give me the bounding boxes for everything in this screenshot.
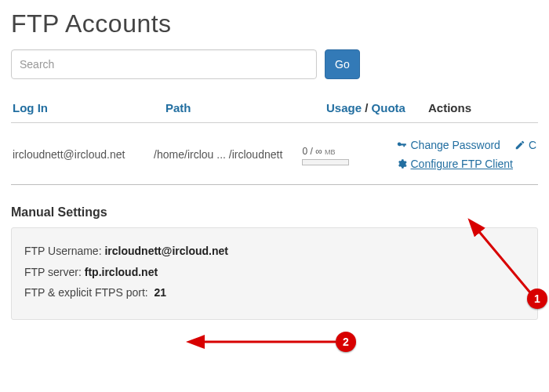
col-path-header[interactable]: Path — [165, 101, 191, 114]
cell-path: /home/irclou ... /ircloudnett — [154, 148, 302, 161]
search-row: Go — [11, 49, 538, 79]
truncated-action-label: C — [529, 139, 536, 151]
ftp-server-value: ftp.ircloud.net — [85, 266, 158, 278]
ftp-username-label: FTP Username: — [24, 245, 102, 257]
col-quota-header[interactable]: Quota — [372, 101, 405, 114]
page-title: FTP Accounts — [11, 9, 538, 38]
col-actions-header: Actions — [428, 101, 471, 114]
go-button[interactable]: Go — [325, 49, 360, 79]
col-login-header[interactable]: Log In — [13, 101, 48, 114]
key-icon — [396, 140, 407, 151]
col-sep: / — [365, 101, 368, 114]
gear-icon — [396, 158, 407, 169]
cell-login: ircloudnett@ircloud.net — [13, 148, 154, 161]
table-row: ircloudnett@ircloud.net /home/irclou ...… — [11, 123, 538, 185]
change-password-link[interactable]: Change Password — [396, 139, 500, 151]
configure-ftp-link[interactable]: Configure FTP Client — [396, 158, 512, 170]
manual-settings-title: Manual Settings — [11, 205, 538, 220]
ftp-port-label: FTP & explicit FTPS port: — [24, 286, 148, 299]
ftp-port-value: 21 — [154, 286, 166, 299]
annotation-badge-2: 2 — [336, 332, 356, 352]
manual-settings-box: FTP Username: ircloudnett@ircloud.net FT… — [11, 227, 538, 320]
configure-ftp-label: Configure FTP Client — [410, 158, 512, 170]
search-input[interactable] — [11, 49, 317, 79]
pencil-icon — [514, 140, 525, 151]
quota-value: ∞ — [315, 146, 322, 157]
usage-unit: MB — [325, 148, 336, 156]
usage-bar — [302, 159, 349, 165]
truncated-action-link[interactable]: C — [514, 139, 536, 151]
table-header: Log In Path Usage / Quota Actions — [11, 96, 538, 119]
usage-value: 0 — [302, 146, 307, 157]
change-password-label: Change Password — [410, 139, 500, 151]
col-usage-header[interactable]: Usage — [326, 101, 362, 114]
usage-sep: / — [310, 146, 312, 157]
ftp-server-label: FTP server: — [24, 266, 82, 278]
ftp-username-value: ircloudnett@ircloud.net — [104, 245, 228, 257]
